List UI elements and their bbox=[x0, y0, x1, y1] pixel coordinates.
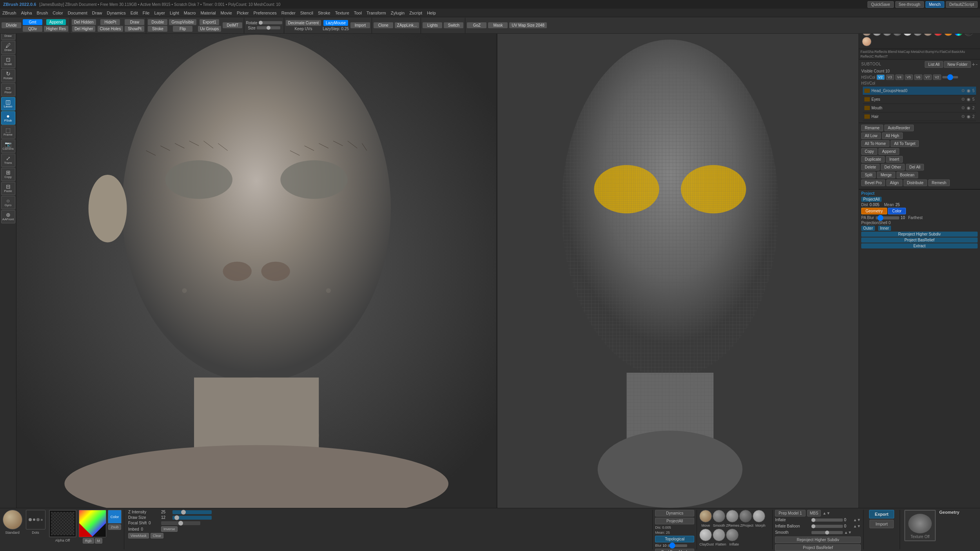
scale-tool-button[interactable]: ⊡ Scale bbox=[1, 55, 15, 68]
extract-button[interactable]: Extract bbox=[861, 243, 978, 248]
color-tab-button[interactable]: Color bbox=[888, 208, 906, 214]
subtool-head-eye[interactable]: ◉ bbox=[967, 88, 971, 93]
inflate-balloon-slider[interactable] bbox=[811, 525, 843, 528]
project-bas-relief-button[interactable]: Project BasRelief bbox=[861, 237, 978, 243]
subtool-mouth-eye[interactable]: ◉ bbox=[967, 105, 971, 111]
rotate-slider[interactable] bbox=[259, 21, 282, 24]
camera-tool-button[interactable]: 📷 Camera bbox=[1, 140, 15, 153]
mat-skin[interactable] bbox=[862, 37, 871, 46]
all-to-home-button[interactable]: All To Home bbox=[861, 140, 889, 147]
rename-button[interactable]: Rename bbox=[861, 125, 883, 131]
draw-size-slider[interactable] bbox=[172, 516, 212, 520]
default-zscript-button[interactable]: DefaultZScript bbox=[946, 1, 978, 8]
hsv-v6-btn[interactable]: V6 bbox=[914, 74, 922, 80]
trans-tool-button[interactable]: ⤢ Trans bbox=[1, 154, 15, 167]
z-intensity-slider[interactable] bbox=[172, 510, 212, 514]
align-button[interactable]: Align bbox=[886, 179, 902, 186]
menu-stencil[interactable]: Stencil bbox=[300, 11, 313, 15]
menu-preferences[interactable]: Preferences bbox=[253, 11, 276, 15]
viewport-right[interactable] bbox=[496, 25, 858, 508]
menu-alpha[interactable]: Alpha bbox=[21, 11, 32, 15]
reproject-higher-subdiv-bottom-btn[interactable]: Reproject Higher Subdiv bbox=[775, 536, 861, 543]
menu-texture[interactable]: Texture bbox=[335, 11, 349, 15]
uv-groups-button[interactable]: Uv Groups bbox=[198, 26, 221, 32]
geometry-tab-button[interactable]: Geometry bbox=[861, 208, 887, 214]
inflate-slider[interactable] bbox=[811, 518, 843, 522]
subtool-eyes[interactable]: Eyes ⚙ ◉ 5 bbox=[863, 95, 976, 104]
gmt-button[interactable]: Gmt bbox=[23, 19, 42, 25]
aafront-tool-button[interactable]: ⊕ AAFront bbox=[1, 210, 15, 223]
append-right-button[interactable]: Append bbox=[878, 148, 899, 155]
lazy-mouse-button[interactable]: LazyMouse bbox=[323, 20, 348, 26]
floor-tool-button[interactable]: ▭ Floor bbox=[1, 83, 15, 96]
morph-brush-ball[interactable] bbox=[753, 510, 765, 522]
menu-stroke[interactable]: Stroke bbox=[318, 11, 330, 15]
del-mt-button[interactable]: DelMT bbox=[223, 22, 242, 28]
hsv-v7-btn[interactable]: V7 bbox=[924, 74, 932, 80]
menu-zscript[interactable]: Zscript bbox=[409, 11, 422, 15]
hsv-v2b-btn[interactable]: V2 bbox=[933, 74, 941, 80]
hsvcol-slider[interactable] bbox=[942, 76, 958, 78]
psub-tool-button[interactable]: ● PSub bbox=[1, 111, 15, 125]
gyro-tool-button[interactable]: ○ Gyro bbox=[1, 196, 15, 209]
menu-edit[interactable]: Edit bbox=[131, 11, 138, 15]
export1-button[interactable]: Export1 bbox=[200, 19, 219, 25]
seethrough-button[interactable]: See-through bbox=[895, 1, 924, 8]
clone-button[interactable]: Clone bbox=[374, 22, 393, 28]
hsv-v4-btn[interactable]: V4 bbox=[895, 74, 904, 80]
higher-res-button[interactable]: Higher Res bbox=[44, 26, 68, 32]
subtool-hair[interactable]: Hair ⚙ ◉ 2 bbox=[863, 112, 976, 121]
hsv-v3-btn[interactable]: V3 bbox=[886, 74, 894, 80]
outer-button[interactable]: Outer bbox=[861, 226, 875, 231]
import-button[interactable]: Import bbox=[350, 22, 370, 28]
distribute-button[interactable]: Distribute bbox=[904, 179, 927, 186]
new-folder-button[interactable]: New Folder bbox=[944, 61, 971, 68]
menu-brush[interactable]: Brush bbox=[37, 11, 48, 15]
backface-mask-button[interactable]: BackFaceMask bbox=[655, 549, 694, 551]
subtool-head[interactable]: Head_GroupsHead0 ⚙ ◉ 5 bbox=[863, 87, 976, 95]
menu-draw[interactable]: Draw bbox=[92, 11, 102, 15]
insert-button[interactable]: Insert bbox=[886, 156, 903, 163]
del-other-button[interactable]: Del Other bbox=[881, 164, 905, 170]
zapp-link-button[interactable]: ZAppLink... bbox=[395, 22, 419, 28]
menu-tool[interactable]: Tool bbox=[354, 11, 362, 15]
pa-blur-slider[interactable] bbox=[876, 216, 899, 219]
goz-button[interactable]: GoZ bbox=[467, 22, 486, 28]
show-pt-button[interactable]: ShowPt bbox=[125, 26, 144, 32]
all-to-target-button[interactable]: All To Target bbox=[891, 140, 919, 147]
flatten-ball[interactable] bbox=[713, 529, 725, 541]
inflate-ball[interactable] bbox=[726, 529, 739, 541]
prep-model1-button[interactable]: Prep Model 1 bbox=[775, 510, 805, 517]
import-bottom-button[interactable]: Import bbox=[869, 520, 893, 528]
menu-light[interactable]: Light bbox=[170, 11, 179, 15]
subtool-hair-eye[interactable]: ◉ bbox=[967, 114, 971, 119]
menu-file[interactable]: File bbox=[143, 11, 150, 15]
append-button[interactable]: Append bbox=[46, 19, 66, 25]
project-all-button[interactable]: ProjectAll bbox=[861, 197, 882, 202]
draw2-tool-button[interactable]: 🖊 Draw bbox=[1, 41, 15, 54]
reproject-higher-subdiv-button[interactable]: Reproject Higher Subdiv bbox=[861, 232, 978, 237]
focal-shift-slider[interactable] bbox=[161, 521, 200, 525]
smooth-brush-ball[interactable] bbox=[713, 510, 725, 522]
lights-button[interactable]: Lights bbox=[423, 22, 442, 28]
add-subtool-icon[interactable]: + bbox=[972, 61, 975, 68]
copy-button[interactable]: Copy bbox=[861, 148, 877, 155]
subtool-eyes-gear[interactable]: ⚙ bbox=[961, 97, 965, 102]
subtool-mouth[interactable]: Mouth ⚙ ◉ 2 bbox=[863, 104, 976, 112]
menu-layer[interactable]: Layer bbox=[154, 11, 165, 15]
menu-document[interactable]: Document bbox=[68, 11, 87, 15]
project-all-bottom-btn[interactable]: ProjectAll bbox=[655, 518, 694, 524]
merge-button[interactable]: Merge bbox=[877, 172, 895, 178]
rgb-button[interactable]: Rgb bbox=[83, 538, 94, 544]
zproject-brush-ball[interactable] bbox=[739, 510, 752, 522]
paste-tool-button[interactable]: ⊟ Paste bbox=[1, 182, 15, 195]
viewport-left[interactable] bbox=[16, 25, 496, 508]
menu-help[interactable]: Help bbox=[427, 11, 436, 15]
list-all-button[interactable]: List All bbox=[925, 61, 943, 68]
del-hidden-button[interactable]: Del Hidden bbox=[72, 19, 96, 25]
hsv-v5-btn[interactable]: V5 bbox=[905, 74, 913, 80]
del-higher-button[interactable]: Del Higher bbox=[72, 26, 95, 32]
subtool-hair-gear[interactable]: ⚙ bbox=[961, 114, 965, 119]
m-button[interactable]: M bbox=[95, 538, 103, 544]
subtool-eyes-eye[interactable]: ◉ bbox=[967, 97, 971, 102]
